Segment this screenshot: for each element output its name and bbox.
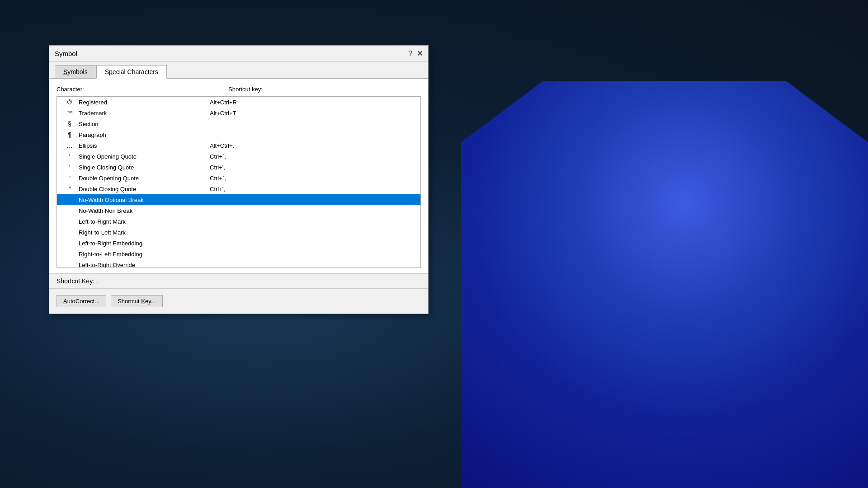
char-symbol: ‘ bbox=[61, 153, 79, 160]
char-shortcut: Alt+Ctrl+T bbox=[210, 110, 417, 117]
tab-special-char-prefix: S bbox=[105, 68, 109, 75]
char-name: Double Opening Quote bbox=[79, 175, 210, 182]
tab-symbols[interactable]: Symbols bbox=[55, 65, 96, 79]
shortcut-info: Shortcut Key: . bbox=[49, 273, 428, 288]
char-name: Single Closing Quote bbox=[79, 164, 210, 171]
char-row[interactable]: ¶Paragraph bbox=[57, 129, 420, 140]
char-name: Trademark bbox=[79, 110, 210, 117]
char-name: Right-to-Left Mark bbox=[79, 229, 210, 236]
char-column-header: Character: bbox=[57, 86, 228, 93]
char-shortcut: Alt+Ctrl+R bbox=[210, 99, 417, 106]
char-name: Left-to-Right Mark bbox=[79, 218, 210, 225]
char-symbol: ’ bbox=[61, 164, 79, 171]
char-row[interactable]: Left-to-Right Embedding bbox=[57, 238, 420, 249]
char-row[interactable]: Left-to-Right Override bbox=[57, 259, 420, 268]
char-symbol: ¶ bbox=[61, 131, 79, 138]
char-name: No-Width Optional Break bbox=[79, 197, 210, 203]
help-button[interactable]: ? bbox=[408, 50, 412, 58]
char-name: Right-to-Left Embedding bbox=[79, 251, 210, 258]
button-area: AutoCorrect... Shortcut Key... bbox=[49, 288, 428, 314]
char-symbol: ® bbox=[61, 99, 79, 106]
char-name: No-Width Non Break bbox=[79, 207, 210, 214]
symbol-dialog: Symbol ? ✕ Symbols Special Characters Ch… bbox=[49, 45, 429, 314]
title-bar-controls: ? ✕ bbox=[408, 49, 423, 58]
superhero-figure bbox=[461, 81, 868, 488]
tab-special-characters[interactable]: Special Characters bbox=[96, 65, 167, 79]
dialog-body: Character: Shortcut key: ®RegisteredAlt+… bbox=[49, 79, 428, 273]
char-name: Left-to-Right Embedding bbox=[79, 240, 210, 247]
char-symbol: “ bbox=[61, 174, 79, 182]
char-name: Double Closing Quote bbox=[79, 186, 210, 192]
char-symbol: ™ bbox=[61, 109, 79, 117]
char-row[interactable]: “Double Opening QuoteCtrl+`, bbox=[57, 173, 420, 183]
tab-special-char-suffix: ecial Characters bbox=[113, 68, 158, 75]
char-row[interactable]: §Section bbox=[57, 118, 420, 129]
char-shortcut: Ctrl+', bbox=[210, 186, 417, 192]
char-shortcut: Ctrl+`, bbox=[210, 175, 417, 182]
dialog-title: Symbol bbox=[55, 50, 77, 57]
tab-area: Symbols Special Characters bbox=[49, 62, 428, 79]
char-name: Single Opening Quote bbox=[79, 153, 210, 160]
char-row[interactable]: Right-to-Left Embedding bbox=[57, 249, 420, 259]
title-bar: Symbol ? ✕ bbox=[49, 46, 428, 62]
char-name: Left-to-Right Override bbox=[79, 262, 210, 268]
char-symbol: § bbox=[61, 120, 79, 127]
tab-symbols-underline: S bbox=[63, 68, 67, 75]
char-symbol: ” bbox=[61, 185, 79, 192]
char-name: Registered bbox=[79, 99, 210, 106]
char-row[interactable]: Right-to-Left Mark bbox=[57, 227, 420, 238]
char-row[interactable]: No-Width Non Break bbox=[57, 205, 420, 216]
tab-special-char-underline: p bbox=[109, 68, 113, 75]
character-list[interactable]: ®RegisteredAlt+Ctrl+R™TrademarkAlt+Ctrl+… bbox=[57, 96, 421, 268]
char-name: Ellipsis bbox=[79, 142, 210, 149]
char-name: Paragraph bbox=[79, 131, 210, 138]
char-row[interactable]: ™TrademarkAlt+Ctrl+T bbox=[57, 108, 420, 118]
char-name: Section bbox=[79, 121, 210, 127]
close-button[interactable]: ✕ bbox=[417, 49, 423, 58]
char-row[interactable]: ”Double Closing QuoteCtrl+', bbox=[57, 183, 420, 194]
column-headers: Character: Shortcut key: bbox=[57, 84, 421, 94]
shortcut-key-button[interactable]: Shortcut Key... bbox=[111, 295, 162, 307]
char-row[interactable]: No-Width Optional Break bbox=[57, 194, 420, 205]
char-shortcut: Ctrl+`, bbox=[210, 153, 417, 160]
char-row[interactable]: ’Single Closing QuoteCtrl+', bbox=[57, 162, 420, 173]
autocorrect-button[interactable]: AutoCorrect... bbox=[57, 295, 106, 307]
shortcut-column-header: Shortcut key: bbox=[228, 86, 421, 93]
tab-symbols-label: ymbols bbox=[67, 68, 87, 75]
char-row[interactable]: …EllipsisAlt+Ctrl+. bbox=[57, 140, 420, 151]
char-row[interactable]: ‘Single Opening QuoteCtrl+`, bbox=[57, 151, 420, 162]
char-symbol: … bbox=[61, 142, 79, 149]
char-shortcut: Ctrl+', bbox=[210, 164, 417, 171]
char-row[interactable]: Left-to-Right Mark bbox=[57, 216, 420, 227]
char-row[interactable]: ®RegisteredAlt+Ctrl+R bbox=[57, 97, 420, 108]
char-shortcut: Alt+Ctrl+. bbox=[210, 142, 417, 149]
